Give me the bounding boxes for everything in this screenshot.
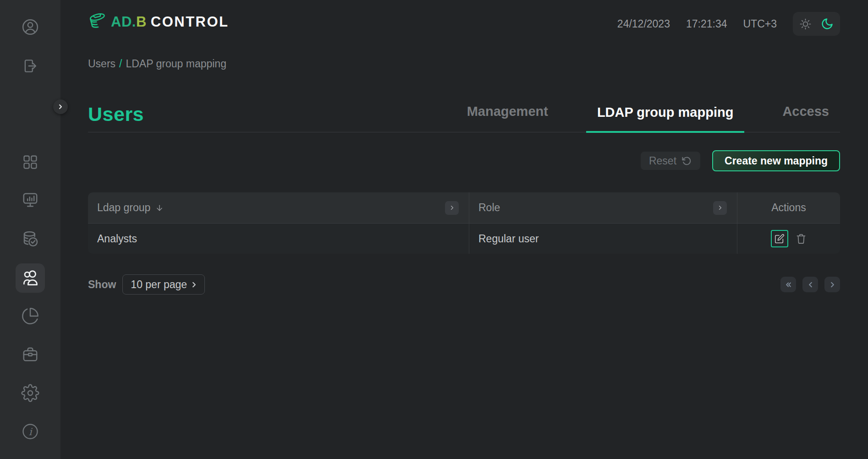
- users-icon[interactable]: [16, 263, 45, 293]
- breadcrumb-users[interactable]: Users: [88, 58, 115, 70]
- create-new-mapping-button[interactable]: Create new mapping: [712, 150, 840, 171]
- breadcrumb: Users/LDAP group mapping: [88, 58, 226, 70]
- role-header-label: Role: [478, 202, 500, 214]
- per-page-value: 10 per page: [131, 279, 187, 291]
- profile-icon[interactable]: [21, 18, 39, 36]
- sun-icon[interactable]: [799, 18, 812, 30]
- ldap-group-header-label: Ldap group: [97, 202, 150, 214]
- breadcrumb-separator: /: [119, 58, 122, 70]
- chevron-right-icon: [828, 280, 837, 289]
- logout-icon[interactable]: [21, 57, 39, 75]
- briefcase-icon[interactable]: [21, 345, 39, 364]
- show-per-page-group: Show 10 per page: [88, 274, 205, 295]
- sort-desc-icon[interactable]: [155, 203, 164, 213]
- column-header-actions: Actions: [737, 192, 840, 224]
- table-header-row: Ldap group Role Actions: [88, 192, 840, 224]
- tab-access[interactable]: Access: [771, 104, 840, 132]
- reset-button[interactable]: Reset: [641, 152, 700, 170]
- theme-toggle[interactable]: [793, 12, 840, 36]
- column-header-role: Role: [469, 192, 737, 224]
- toolbar: Reset Create new mapping: [641, 150, 840, 171]
- dashboard-grid-icon[interactable]: [21, 153, 39, 171]
- pie-chart-icon[interactable]: [21, 307, 39, 325]
- title-row: Users Management LDAP group mapping Acce…: [88, 82, 840, 132]
- moon-icon[interactable]: [821, 17, 834, 30]
- chevron-right-icon: [717, 204, 724, 211]
- tab-ldap-group-mapping[interactable]: LDAP group mapping: [586, 105, 745, 133]
- pagination-first-button[interactable]: [780, 277, 796, 292]
- ldap-mapping-table: Ldap group Role Actions Analysts Regular…: [88, 192, 840, 254]
- per-page-dropdown[interactable]: 10 per page: [122, 274, 205, 295]
- edit-pencil-icon: [775, 234, 785, 244]
- pagination-next-button[interactable]: [824, 277, 840, 292]
- rotate-ccw-icon: [681, 156, 692, 166]
- show-label: Show: [88, 279, 116, 291]
- reset-label: Reset: [649, 155, 676, 167]
- gear-icon[interactable]: [21, 384, 39, 402]
- app-title: AD.BCONTROL: [111, 14, 229, 30]
- breadcrumb-current: LDAP group mapping: [126, 58, 226, 70]
- column-header-ldap-group: Ldap group: [88, 192, 469, 224]
- role-column-expand-button[interactable]: [713, 201, 727, 215]
- page-title: Users: [88, 103, 144, 126]
- app-logo: AD.BCONTROL: [87, 11, 229, 33]
- pagination-prev-button[interactable]: [802, 277, 818, 292]
- svg-text:i: i: [29, 426, 33, 437]
- ldap-group-column-expand-button[interactable]: [445, 201, 459, 215]
- chevron-left-icon: [806, 280, 815, 289]
- cell-role: Regular user: [469, 224, 737, 254]
- chevron-right-icon: [190, 280, 198, 289]
- current-date: 24/12/2023: [617, 18, 670, 30]
- pagination: [780, 277, 840, 292]
- table-footer: Show 10 per page: [88, 274, 840, 295]
- edit-mapping-button[interactable]: [771, 230, 788, 247]
- header-meta: 24/12/2023 17:21:34 UTC+3: [617, 12, 840, 36]
- chevron-right-icon: [449, 204, 456, 211]
- tab-bar: Management LDAP group mapping Access: [429, 82, 840, 132]
- trash-icon: [795, 233, 807, 245]
- table-row: Analysts Regular user: [88, 224, 840, 254]
- current-time: 17:21:34: [686, 18, 727, 30]
- monitor-chart-icon[interactable]: [21, 191, 39, 209]
- cell-actions: [737, 224, 840, 254]
- info-icon[interactable]: i: [21, 422, 39, 441]
- database-logo-icon: [87, 11, 110, 33]
- sidebar: i: [0, 0, 60, 459]
- actions-header-label: Actions: [771, 202, 806, 214]
- delete-mapping-button[interactable]: [795, 233, 807, 245]
- tab-management[interactable]: Management: [456, 104, 559, 132]
- timezone: UTC+3: [743, 18, 777, 30]
- sidebar-expand-button[interactable]: [53, 99, 68, 114]
- cell-ldap-group: Analysts: [88, 224, 469, 254]
- chevrons-left-icon: [784, 280, 793, 289]
- database-check-icon[interactable]: [21, 230, 39, 248]
